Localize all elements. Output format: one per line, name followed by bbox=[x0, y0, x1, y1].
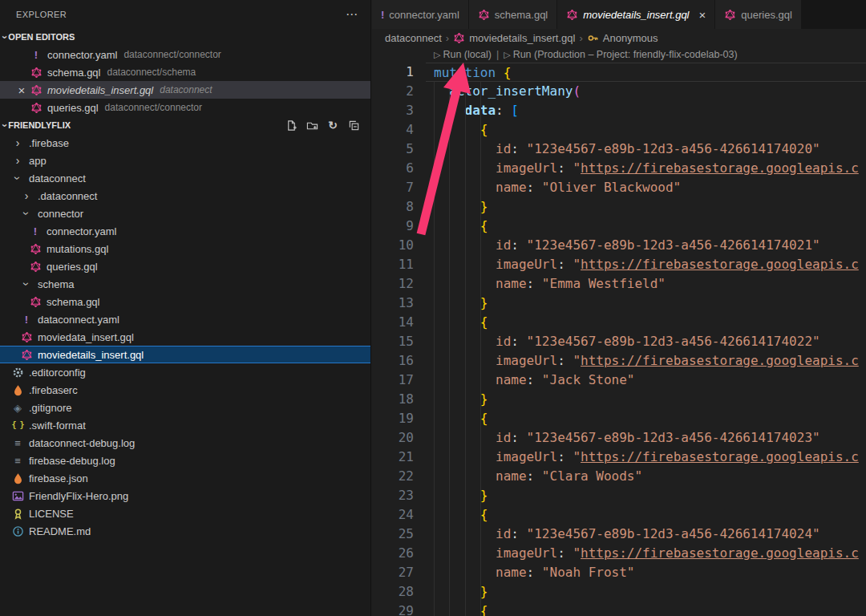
code-line-28[interactable]: 28 } bbox=[372, 582, 866, 602]
line-content: imageUrl: "https://firebasestorage.googl… bbox=[434, 448, 866, 467]
code-line-3[interactable]: 3 data: [ bbox=[372, 101, 866, 120]
line-number: 11 bbox=[372, 255, 414, 274]
tree-item-FriendlyFlix-Hero.png[interactable]: FriendlyFlix-Hero.png bbox=[0, 487, 370, 505]
code-line-26[interactable]: 26 imageUrl: "https://firebasestorage.go… bbox=[372, 544, 866, 563]
chevron-down-icon: › bbox=[10, 172, 25, 184]
code-line-13[interactable]: 13 } bbox=[372, 294, 866, 313]
code-line-19[interactable]: 19 { bbox=[372, 409, 866, 428]
code-line-11[interactable]: 11 imageUrl: "https://firebasestorage.go… bbox=[372, 255, 866, 274]
code-line-27[interactable]: 27 name: "Noah Frost" bbox=[372, 563, 866, 582]
tree-item-LICENSE[interactable]: LICENSE bbox=[0, 505, 370, 522]
tree-item-label: FriendlyFlix-Hero.png bbox=[29, 490, 128, 502]
tree-folder-.firebase[interactable]: ›.firebase bbox=[0, 134, 370, 152]
tree-item-dataconnect.yaml[interactable]: !dataconnect.yaml bbox=[0, 310, 370, 328]
code-line-5[interactable]: 5 id: "123e4567-e89b-12d3-a456-426614174… bbox=[372, 140, 866, 159]
open-editors-section-header[interactable]: › OPEN EDITORS bbox=[0, 28, 370, 46]
line-number: 6 bbox=[372, 159, 414, 178]
code-line-9[interactable]: 9 { bbox=[372, 217, 866, 236]
code-line-6[interactable]: 6 imageUrl: "https://firebasestorage.goo… bbox=[372, 159, 866, 178]
more-actions-icon[interactable]: ⋯ bbox=[346, 7, 358, 22]
tree-item-label: connector.yaml bbox=[47, 225, 116, 237]
code-line-21[interactable]: 21 imageUrl: "https://firebasestorage.go… bbox=[372, 448, 866, 467]
code-editor[interactable]: ▷ Run (local) | ▷ Run (Production – Proj… bbox=[372, 47, 866, 616]
line-content: name: "Oliver Blackwood" bbox=[434, 178, 866, 197]
tree-folder-.dataconnect[interactable]: ›.dataconnect bbox=[0, 187, 370, 205]
close-icon[interactable]: × bbox=[699, 8, 706, 22]
code-line-4[interactable]: 4 { bbox=[372, 120, 866, 140]
line-content: { bbox=[434, 602, 866, 616]
new-folder-icon[interactable] bbox=[305, 118, 319, 132]
tree-item-moviedata_insert.gql[interactable]: moviedata_insert.gql bbox=[0, 328, 370, 346]
tree-folder-dataconnect[interactable]: ›dataconnect bbox=[0, 169, 370, 187]
tree-folder-schema[interactable]: ›schema bbox=[0, 275, 370, 293]
code-line-23[interactable]: 23 } bbox=[372, 486, 866, 505]
code-line-2[interactable]: 2 actor_insertMany( bbox=[372, 82, 866, 101]
code-line-22[interactable]: 22 name: "Clara Woods" bbox=[372, 467, 866, 486]
explorer-sidebar: EXPLORER ⋯ › OPEN EDITORS !connector.yam… bbox=[0, 0, 371, 616]
code-line-7[interactable]: 7 name: "Oliver Blackwood" bbox=[372, 178, 866, 197]
tree-item-moviedetails_insert.gql[interactable]: moviedetails_insert.gql bbox=[0, 346, 370, 363]
tree-item-connector.yaml[interactable]: !connector.yaml bbox=[0, 222, 370, 240]
tree-item-.firebaserc[interactable]: .firebaserc bbox=[0, 381, 370, 399]
tree-item-README.md[interactable]: README.md bbox=[0, 522, 370, 540]
line-content: imageUrl: "https://firebasestorage.googl… bbox=[434, 351, 866, 371]
tree-item-.swift-format[interactable]: { }.swift-format bbox=[0, 416, 370, 434]
tree-item-.editorconfig[interactable]: .editorconfig bbox=[0, 363, 370, 381]
run-production-link[interactable]: ▷ Run (Production – Project: friendly-fl… bbox=[504, 45, 737, 64]
tree-item-label: LICENSE bbox=[29, 508, 74, 520]
code-line-16[interactable]: 16 imageUrl: "https://firebasestorage.go… bbox=[372, 351, 866, 371]
code-line-24[interactable]: 24 { bbox=[372, 505, 866, 525]
tree-item-dataconnect-debug.log[interactable]: ≡dataconnect-debug.log bbox=[0, 434, 370, 452]
code-line-1[interactable]: 1mutation { bbox=[372, 63, 866, 82]
code-line-8[interactable]: 8 } bbox=[372, 197, 866, 217]
tree-folder-connector[interactable]: ›connector bbox=[0, 205, 370, 222]
open-editor-item[interactable]: !connector.yamldataconnect/connector bbox=[0, 46, 370, 63]
code-line-15[interactable]: 15 id: "123e4567-e89b-12d3-a456-42661417… bbox=[372, 332, 866, 351]
editor-tab[interactable]: schema.gql bbox=[469, 0, 556, 29]
file-name: moviedetails_insert.gql bbox=[47, 84, 153, 96]
open-editor-item[interactable]: queries.gqldataconnect/connector bbox=[0, 99, 370, 116]
code-line-14[interactable]: 14 { bbox=[372, 313, 866, 332]
tree-item-firebase.json[interactable]: firebase.json bbox=[0, 469, 370, 487]
tree-item-mutations.gql[interactable]: mutations.gql bbox=[0, 240, 370, 257]
project-section-header[interactable]: › FRIENDLYFLIX ↻ bbox=[0, 116, 370, 134]
open-editor-item[interactable]: ×moviedetails_insert.gqldataconnect bbox=[0, 81, 370, 99]
code-line-20[interactable]: 20 id: "123e4567-e89b-12d3-a456-42661417… bbox=[372, 428, 866, 448]
tree-item-.gitignore[interactable]: ◈.gitignore bbox=[0, 399, 370, 416]
tree-item-firebase-debug.log[interactable]: ≡firebase-debug.log bbox=[0, 452, 370, 469]
code-line-12[interactable]: 12 name: "Emma Westfield" bbox=[372, 274, 866, 294]
breadcrumb-symbol[interactable]: Anonymous bbox=[603, 32, 658, 44]
code-line-29[interactable]: 29 { bbox=[372, 602, 866, 616]
line-number: 22 bbox=[372, 467, 414, 486]
tree-item-schema.gql[interactable]: schema.gql bbox=[0, 293, 370, 310]
refresh-icon[interactable]: ↻ bbox=[326, 118, 340, 132]
line-content: } bbox=[434, 197, 866, 217]
editor-tab[interactable]: queries.gql bbox=[715, 0, 801, 29]
code-line-25[interactable]: 25 id: "123e4567-e89b-12d3-a456-42661417… bbox=[372, 525, 866, 544]
file-name: schema.gql bbox=[47, 67, 100, 79]
tree-item-label: .gitignore bbox=[29, 402, 71, 414]
breadcrumb: dataconnect › moviedetails_insert.gql › … bbox=[372, 29, 866, 47]
breadcrumb-folder[interactable]: dataconnect bbox=[385, 32, 442, 44]
graphql-icon bbox=[453, 32, 465, 44]
code-line-17[interactable]: 17 name: "Jack Stone" bbox=[372, 371, 866, 390]
new-file-icon[interactable] bbox=[284, 118, 298, 132]
code-line-10[interactable]: 10 id: "123e4567-e89b-12d3-a456-42661417… bbox=[372, 236, 866, 255]
yaml-icon: ! bbox=[28, 226, 42, 237]
open-editor-item[interactable]: schema.gqldataconnect/schema bbox=[0, 63, 370, 81]
line-number: 18 bbox=[372, 390, 414, 409]
tree-folder-app[interactable]: ›app bbox=[0, 152, 370, 169]
line-content: id: "123e4567-e89b-12d3-a456-42661417402… bbox=[434, 140, 866, 159]
close-icon[interactable]: × bbox=[14, 84, 29, 96]
collapse-all-icon[interactable] bbox=[346, 118, 361, 132]
run-icon: ▷ bbox=[434, 45, 440, 64]
code-line-18[interactable]: 18 } bbox=[372, 390, 866, 409]
tree-item-label: .firebase bbox=[29, 137, 69, 149]
editor-tab[interactable]: !connector.yaml bbox=[372, 0, 468, 29]
run-local-link[interactable]: ▷ Run (local) bbox=[434, 45, 492, 64]
breadcrumb-file[interactable]: moviedetails_insert.gql bbox=[469, 32, 575, 44]
tree-item-queries.gql[interactable]: queries.gql bbox=[0, 257, 370, 275]
graphql-icon bbox=[19, 331, 34, 343]
editor-tab[interactable]: moviedetails_insert.gql× bbox=[557, 0, 714, 29]
tree-item-label: .dataconnect bbox=[38, 190, 97, 202]
